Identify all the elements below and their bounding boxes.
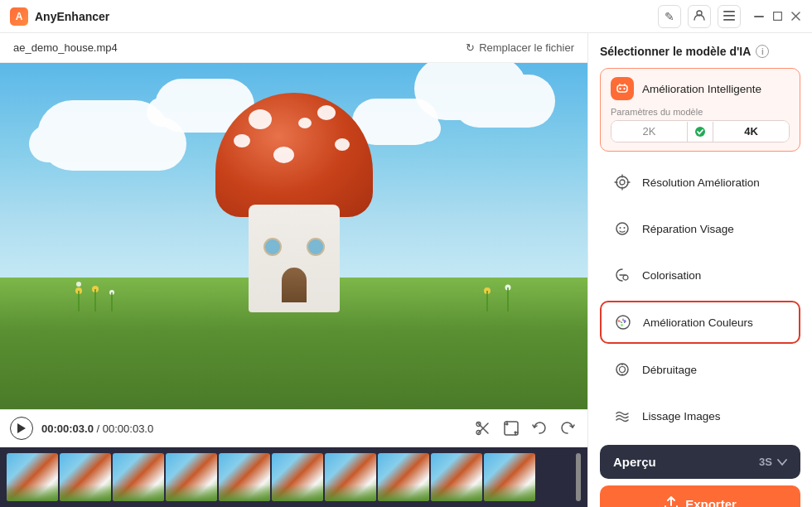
video-background bbox=[0, 63, 587, 409]
model-icon-lissage bbox=[611, 404, 634, 427]
timeline-handle[interactable] bbox=[576, 453, 581, 501]
thumb-7 bbox=[325, 453, 376, 501]
cloud-1 bbox=[29, 125, 128, 162]
param-4k[interactable]: 4K bbox=[713, 121, 789, 142]
model-label-colorisation: Colorisation bbox=[642, 269, 790, 282]
menu-icon-button[interactable] bbox=[718, 5, 741, 28]
model-icon-visage bbox=[611, 217, 634, 240]
thumb-8 bbox=[378, 453, 429, 501]
cloud-3 bbox=[446, 80, 529, 113]
title-bar: A AnyEnhancer ✎ bbox=[0, 0, 812, 33]
cloud-5 bbox=[375, 115, 441, 142]
maximize-button[interactable] bbox=[771, 10, 784, 23]
main-layout: ae_demo_house.mp4 ↻ Remplacer le fichier bbox=[0, 33, 812, 507]
user-icon-button[interactable] bbox=[688, 5, 711, 28]
thumb-1 bbox=[7, 453, 58, 501]
svg-rect-23 bbox=[617, 85, 627, 92]
right-panel: Sélectionner le modèle d'IA i Améliorati… bbox=[588, 33, 812, 507]
replace-icon: ↻ bbox=[466, 41, 475, 54]
model-reparation-visage[interactable]: Réparation Visage bbox=[600, 208, 800, 249]
minimize-button[interactable] bbox=[752, 10, 766, 23]
param-check bbox=[688, 125, 713, 138]
model-colorisation[interactable]: Colorisation bbox=[600, 254, 800, 296]
svg-point-28 bbox=[620, 180, 625, 185]
preview-button[interactable]: Aperçu 3S bbox=[600, 445, 800, 479]
svg-rect-1 bbox=[723, 11, 735, 12]
model-resolution-amelioration[interactable]: Résolution Amélioration bbox=[600, 162, 800, 203]
redo-icon[interactable] bbox=[558, 418, 578, 438]
crop-icon[interactable] bbox=[501, 418, 521, 438]
app-logo: A bbox=[10, 7, 28, 26]
model-label-resolution: Résolution Amélioration bbox=[642, 176, 790, 189]
cut-icon[interactable] bbox=[473, 418, 493, 438]
mushroom-window-left bbox=[263, 238, 282, 256]
mushroom-cap bbox=[215, 93, 373, 217]
undo-icon[interactable] bbox=[529, 418, 549, 438]
model-debruitage[interactable]: Débruitage bbox=[600, 349, 800, 390]
export-button[interactable]: Exporter bbox=[600, 485, 800, 507]
svg-point-25 bbox=[623, 88, 625, 89]
replace-file-button[interactable]: ↻ Remplacer le fichier bbox=[466, 41, 574, 54]
mushroom-door bbox=[282, 268, 307, 302]
params-label: Paramètres du modèle bbox=[611, 107, 790, 117]
window-controls bbox=[752, 10, 802, 23]
left-panel: ae_demo_house.mp4 ↻ Remplacer le fichier bbox=[0, 33, 588, 507]
thumb-4 bbox=[166, 453, 217, 501]
model-lissage-images[interactable]: Lissage Images bbox=[600, 395, 800, 437]
thumb-3 bbox=[113, 453, 164, 501]
cap-dot-5 bbox=[273, 147, 294, 163]
time-current: 00:00:03.0 bbox=[41, 422, 94, 435]
thumb-9 bbox=[431, 453, 482, 501]
active-model-header: Amélioration Intelligente bbox=[611, 77, 790, 100]
model-label-couleurs: Amélioration Couleurs bbox=[643, 316, 789, 329]
timeline[interactable] bbox=[0, 447, 587, 507]
model-amelioration-intelligente[interactable]: Amélioration Intelligente Paramètres du … bbox=[600, 68, 800, 152]
svg-point-34 bbox=[620, 367, 626, 373]
model-label-intelligente: Amélioration Intelligente bbox=[642, 83, 790, 95]
app-title: AnyEnhancer bbox=[35, 10, 109, 23]
svg-point-29 bbox=[616, 223, 628, 234]
thumbnail-strip bbox=[7, 453, 573, 501]
mushroom-stem bbox=[249, 205, 340, 312]
play-button[interactable] bbox=[10, 417, 33, 440]
svg-rect-5 bbox=[773, 12, 781, 21]
svg-point-26 bbox=[695, 127, 705, 137]
preview-label: Aperçu bbox=[613, 455, 656, 469]
controls-bar: 00:00:03.0 / 00:00:03.0 bbox=[0, 409, 587, 447]
cap-dot-3 bbox=[234, 134, 250, 147]
model-label-lissage: Lissage Images bbox=[642, 410, 790, 422]
title-bar-right: ✎ bbox=[658, 5, 802, 28]
model-icon-couleurs bbox=[611, 311, 635, 334]
svg-point-30 bbox=[620, 227, 621, 229]
svg-marker-19 bbox=[17, 423, 26, 433]
svg-point-33 bbox=[616, 364, 628, 375]
edit-icon: ✎ bbox=[665, 10, 674, 23]
model-amelioration-couleurs[interactable]: Amélioration Couleurs bbox=[600, 301, 800, 344]
preview-right: 3S bbox=[759, 456, 787, 468]
time-total: 00:00:03.0 bbox=[103, 422, 153, 435]
title-bar-left: A AnyEnhancer bbox=[10, 7, 109, 26]
param-2k[interactable]: 2K bbox=[611, 121, 687, 142]
panel-title: Sélectionner le modèle d'IA i bbox=[600, 45, 800, 58]
flowers-left bbox=[70, 274, 120, 316]
cap-dot-6 bbox=[298, 118, 312, 128]
model-icon-intelligente bbox=[611, 77, 634, 100]
info-icon[interactable]: i bbox=[756, 45, 769, 58]
svg-rect-3 bbox=[723, 19, 735, 21]
svg-point-31 bbox=[624, 227, 626, 229]
model-icon-colorisation bbox=[611, 263, 634, 287]
cap-dot-2 bbox=[317, 105, 336, 120]
model-label-visage: Réparation Visage bbox=[642, 223, 790, 235]
close-button[interactable] bbox=[789, 10, 802, 23]
cap-dot-4 bbox=[335, 138, 350, 151]
bottom-actions: Aperçu 3S Exporter bbox=[600, 445, 800, 507]
time-separator: / bbox=[97, 422, 100, 435]
svg-point-27 bbox=[616, 176, 628, 188]
mushroom-window-right bbox=[307, 238, 325, 256]
svg-rect-4 bbox=[754, 16, 764, 17]
edit-icon-button[interactable]: ✎ bbox=[658, 5, 681, 28]
export-label: Exporter bbox=[685, 497, 737, 507]
thumb-10 bbox=[484, 453, 535, 501]
user-icon bbox=[694, 9, 705, 23]
time-display: 00:00:03.0 / 00:00:03.0 bbox=[41, 422, 153, 435]
